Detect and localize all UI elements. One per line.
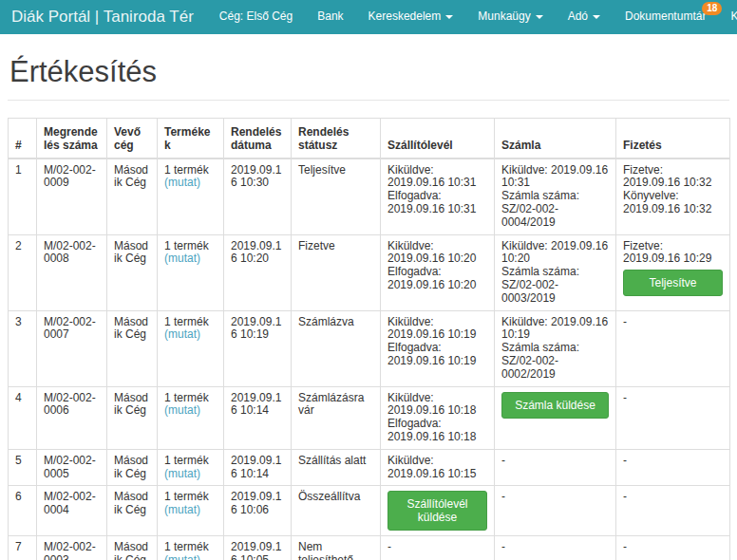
nav-link-bank[interactable]: Bank — [305, 0, 355, 34]
teljesitve-button[interactable]: Teljesítve — [623, 270, 723, 296]
products-count: 1 termék — [164, 491, 217, 504]
cell-payment: - — [616, 486, 730, 536]
nav-label: Kereskedelem — [368, 10, 442, 24]
column-header-megrendeles-szama: Megrendelés száma — [37, 119, 107, 159]
nav-link-kijelentkezes[interactable]: Kijelentkezés — [718, 0, 737, 34]
nav-link-company[interactable]: Cég: Első Cég — [207, 0, 305, 34]
cell-order-number: M/02-002-0003 — [37, 536, 107, 560]
nav-label: Dokumentumtár — [625, 10, 706, 24]
products-count: 1 termék — [164, 392, 217, 405]
nav-item-kijelentkezes: Kijelentkezés — [718, 0, 737, 34]
nav-item-bank: Bank — [305, 0, 355, 34]
cell-payment: Fizetve: 2019.09.16 10:32Könyvelve: 2019… — [616, 159, 730, 234]
nav-item-kereskedelem: Kereskedelem — [356, 0, 466, 34]
table-row: 5M/02-002-0005Második Cég1 termék(mutat)… — [9, 449, 730, 486]
cell-text-line: Kiküldve: 2019.09.16 10:20 — [387, 240, 487, 267]
cell-buyer-company: Második Cég — [107, 449, 158, 486]
szamla-kuldese-button[interactable]: Számla küldése — [501, 392, 609, 419]
cell-text-line: - — [387, 541, 487, 554]
nav-link-kereskedelem[interactable]: Kereskedelem — [356, 0, 466, 34]
show-products-link[interactable]: (mutat) — [164, 553, 200, 560]
cell-order-number: M/02-002-0009 — [37, 159, 107, 234]
show-products-link[interactable]: (mutat) — [164, 252, 200, 265]
szallitolevel-kuldese-button[interactable]: Szállítólevél küldése — [387, 491, 487, 531]
cell-invoice: - — [495, 536, 616, 560]
cell-text-line: Elfogadva: 2019.09.16 10:31 — [387, 190, 487, 216]
cell-text-line: Elfogadva: 2019.09.16 10:20 — [387, 266, 487, 292]
cell-row-number: 6 — [9, 486, 37, 536]
nav-link-munkaugy[interactable]: Munkaügy — [465, 0, 555, 34]
show-products-link[interactable]: (mutat) — [164, 467, 200, 480]
table-row: 7M/02-002-0003Második Cég1 termék(mutat)… — [9, 536, 730, 560]
show-products-link[interactable]: (mutat) — [164, 503, 200, 516]
cell-products: 1 termék(mutat) — [158, 386, 224, 449]
cell-delivery-note: Szállítólevél küldése — [381, 486, 495, 536]
chevron-down-icon — [593, 15, 600, 19]
cell-invoice: Kiküldve: 2019.09.16 10:31Számla száma: … — [495, 159, 616, 234]
cell-buyer-company: Második Cég — [107, 234, 158, 310]
cell-text-line: - — [623, 491, 723, 504]
column-header-szallitolevel: Szállítólevél — [381, 119, 495, 159]
table-row: 4M/02-002-0006Második Cég1 termék(mutat)… — [9, 386, 730, 449]
cell-products: 1 termék(mutat) — [158, 310, 224, 386]
cell-delivery-note: - — [381, 536, 495, 560]
cell-products: 1 termék(mutat) — [158, 536, 224, 560]
nav-link-ado[interactable]: Adó — [556, 0, 613, 34]
column-header-rendeles-statusz: Rendelés státusz — [292, 119, 381, 159]
show-products-link[interactable]: (mutat) — [164, 403, 200, 417]
cell-text-line: Kiküldve: 2019.09.16 10:15 — [387, 455, 487, 481]
cell-invoice: - — [495, 486, 616, 536]
table-header-row: #Megrendelés számaVevő cégTermékekRendel… — [9, 119, 730, 159]
cell-order-date: 2019.09.16 10:14 — [224, 386, 292, 449]
page-content: Értékesítés #Megrendelés számaVevő cégTe… — [0, 56, 737, 560]
chevron-down-icon — [536, 15, 543, 19]
chevron-down-icon — [445, 15, 453, 19]
cell-text-line: Elfogadva: 2019.09.16 10:18 — [387, 418, 487, 444]
navbar-brand[interactable]: Diák Portál | Taniroda Tér — [0, 0, 207, 34]
cell-row-number: 2 — [9, 234, 37, 310]
show-products-link[interactable]: (mutat) — [164, 327, 200, 341]
column-header-rendeles-datuma: Rendelés dátuma — [224, 119, 292, 159]
products-count: 1 termék — [164, 164, 217, 177]
cell-delivery-note: Kiküldve: 2019.09.16 10:20Elfogadva: 201… — [381, 234, 495, 310]
show-products-link[interactable]: (mutat) — [164, 176, 200, 189]
nav-item-ado: Adó — [556, 0, 613, 34]
cell-order-status: Fizetve — [292, 234, 381, 310]
nav-label: Kijelentkezés — [730, 10, 737, 24]
cell-products: 1 termék(mutat) — [158, 234, 224, 310]
cell-invoice: Számla küldése — [495, 386, 616, 449]
cell-buyer-company: Második Cég — [107, 159, 158, 234]
nav-label: Adó — [568, 10, 588, 24]
column-header-num: # — [9, 119, 37, 159]
title-divider — [8, 100, 729, 101]
cell-text-line: Fizetve: 2019.09.16 10:32 — [623, 164, 723, 191]
cell-buyer-company: Második Cég — [107, 536, 158, 560]
cell-buyer-company: Második Cég — [107, 486, 158, 536]
nav-label: Bank — [317, 10, 343, 24]
cell-order-status: Teljesítve — [292, 159, 381, 234]
cell-order-date: 2019.09.16 10:20 — [224, 234, 292, 310]
cell-order-status: Nem teljesíthető — [292, 536, 381, 560]
cell-text-line: Kiküldve: 2019.09.16 10:19 — [501, 316, 609, 343]
cell-text-line: - — [501, 455, 609, 468]
nav-link-dokumentumtar[interactable]: Dokumentumtár18 — [613, 0, 718, 34]
cell-text-line: Kiküldve: 2019.09.16 10:20 — [501, 240, 609, 267]
cell-text-line: - — [623, 541, 723, 554]
cell-products: 1 termék(mutat) — [158, 486, 224, 536]
cell-order-date: 2019.09.16 10:19 — [224, 310, 292, 386]
sales-orders-table: #Megrendelés számaVevő cégTermékekRendel… — [8, 118, 730, 560]
cell-order-number: M/02-002-0007 — [37, 310, 107, 386]
cell-payment: Fizetve: 2019.09.16 10:29Teljesítve — [616, 234, 730, 310]
nav-label: Munkaügy — [478, 10, 530, 24]
cell-payment: - — [616, 536, 730, 560]
cell-text-line: Számla száma: SZ/02-002-0004/2019 — [501, 190, 609, 229]
cell-payment: - — [616, 310, 730, 386]
navbar-menu: Cég: Első CégBankKereskedelemMunkaügyAdó… — [207, 0, 737, 34]
cell-row-number: 7 — [9, 536, 37, 560]
cell-order-number: M/02-002-0006 — [37, 386, 107, 449]
products-count: 1 termék — [164, 316, 217, 329]
table-row: 6M/02-002-0004Második Cég1 termék(mutat)… — [9, 486, 730, 536]
column-header-szamla: Számla — [495, 119, 616, 159]
products-count: 1 termék — [164, 455, 217, 468]
cell-products: 1 termék(mutat) — [158, 449, 224, 486]
